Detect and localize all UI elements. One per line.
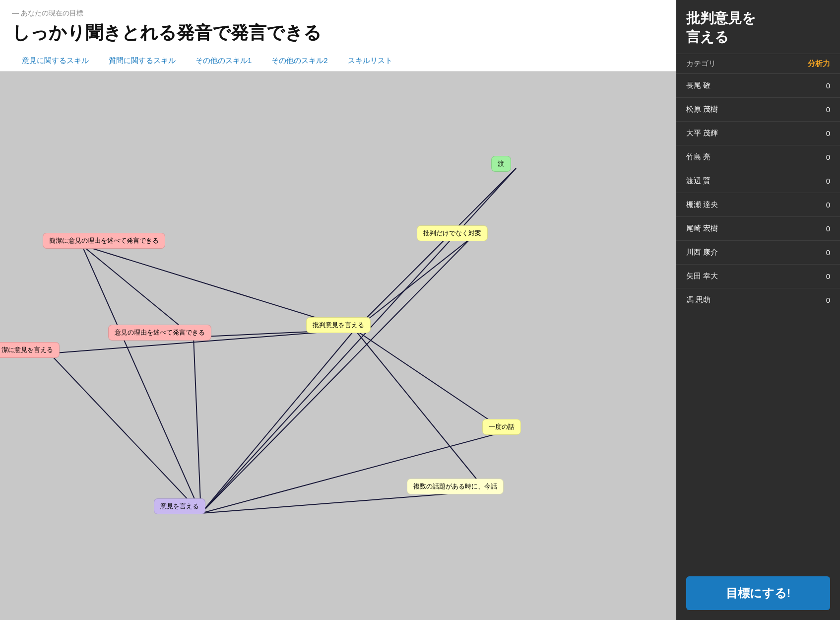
student-name-0: 長尾 確 bbox=[686, 81, 815, 90]
student-score-7: 0 bbox=[815, 248, 830, 257]
tab-question[interactable]: 質問に関するスキル bbox=[99, 52, 186, 71]
svg-line-0 bbox=[82, 245, 201, 513]
student-score-6: 0 bbox=[815, 224, 830, 233]
student-score-3: 0 bbox=[815, 153, 830, 161]
svg-line-15 bbox=[82, 245, 194, 337]
sidebar-row-9[interactable]: 馮 思萌 0 bbox=[676, 288, 840, 312]
graph-lines bbox=[0, 71, 676, 620]
svg-line-1 bbox=[194, 337, 201, 513]
node-iken-text: 意見を言える bbox=[160, 502, 199, 510]
svg-line-13 bbox=[355, 168, 516, 330]
node-iken[interactable]: 意見を言える bbox=[154, 498, 205, 514]
svg-line-7 bbox=[201, 168, 516, 513]
student-name-1: 松原 茂樹 bbox=[686, 105, 815, 114]
node-ichido[interactable]: 一度の話 bbox=[482, 419, 521, 435]
col-score-label: 分析力 bbox=[808, 59, 830, 69]
set-goal-button[interactable]: 目標にする! bbox=[686, 576, 830, 610]
student-name-8: 矢田 幸大 bbox=[686, 272, 815, 281]
node-fukusu[interactable]: 複数の話題がある時に、今話 bbox=[407, 479, 504, 494]
student-name-9: 馮 思萌 bbox=[686, 295, 815, 305]
node-green-top[interactable]: 渡 bbox=[491, 156, 511, 172]
student-name-6: 尾崎 宏樹 bbox=[686, 224, 815, 233]
sidebar-row-8[interactable]: 矢田 幸大 0 bbox=[676, 265, 840, 288]
node-green-top-text: 渡 bbox=[498, 160, 504, 167]
student-score-2: 0 bbox=[815, 129, 830, 138]
node-hihan-iken-text: 批判意見を言える bbox=[313, 321, 364, 329]
sidebar-row-2[interactable]: 大平 茂輝 0 bbox=[676, 122, 840, 145]
node-hihan-taian[interactable]: 批判だけでなく対案 bbox=[417, 225, 488, 241]
student-name-7: 川西 康介 bbox=[686, 248, 815, 257]
node-ichido-text: 一度の話 bbox=[489, 423, 515, 430]
node-kiyoku-text: 潔に意見を言える bbox=[1, 346, 53, 353]
student-name-4: 渡辺 賢 bbox=[686, 176, 815, 186]
student-score-1: 0 bbox=[815, 105, 830, 114]
sidebar: 批判意見を言える カテゴリ 分析力 長尾 確 0 松原 茂樹 0 大平 茂輝 0… bbox=[676, 0, 840, 620]
tab-opinion[interactable]: 意見に関するスキル bbox=[12, 52, 99, 71]
student-score-4: 0 bbox=[815, 177, 830, 185]
svg-line-3 bbox=[201, 330, 355, 513]
main-area: — あなたの現在の目標 しっかり聞きとれる発音で発言できる 意見に関するスキル … bbox=[0, 0, 676, 620]
svg-line-2 bbox=[50, 353, 201, 513]
student-score-9: 0 bbox=[815, 296, 830, 304]
tab-list[interactable]: スキルリスト bbox=[338, 52, 402, 71]
graph-area: 簡潔に意見の理由を述べて発言できる 意見の理由を述べて発言できる 潔に意見を言え… bbox=[0, 71, 676, 620]
node-hihan-iken[interactable]: 批判意見を言える bbox=[306, 317, 371, 333]
student-score-5: 0 bbox=[815, 201, 830, 209]
student-name-5: 棚瀬 達央 bbox=[686, 200, 815, 209]
sidebar-row-0[interactable]: 長尾 確 0 bbox=[676, 74, 840, 98]
page-title: しっかり聞きとれる発音で発言できる bbox=[12, 21, 664, 45]
node-fukusu-text: 複数の話題がある時に、今話 bbox=[413, 482, 497, 490]
sidebar-row-7[interactable]: 川西 康介 0 bbox=[676, 241, 840, 265]
student-score-0: 0 bbox=[815, 81, 830, 90]
node-hihan-taian-text: 批判だけでなく対案 bbox=[423, 229, 481, 237]
header: — あなたの現在の目標 しっかり聞きとれる発音で発言できる 意見に関するスキル … bbox=[0, 0, 676, 71]
svg-line-10 bbox=[355, 238, 471, 330]
sidebar-header: カテゴリ 分析力 bbox=[676, 54, 840, 74]
node-riyu-text: 意見の理由を述べて発言できる bbox=[115, 329, 205, 336]
student-name-3: 竹島 亮 bbox=[686, 152, 815, 162]
student-name-2: 大平 茂輝 bbox=[686, 129, 815, 138]
col-category-label: カテゴリ bbox=[686, 59, 808, 69]
sidebar-title: 批判意見を言える bbox=[676, 0, 840, 54]
goal-label: — あなたの現在の目標 bbox=[12, 9, 664, 18]
svg-line-4 bbox=[201, 238, 471, 513]
tab-bar: 意見に関するスキル 質問に関するスキル その他のスキル1 その他のスキル2 スキ… bbox=[12, 52, 664, 71]
tab-other2[interactable]: その他のスキル2 bbox=[261, 52, 337, 71]
svg-line-11 bbox=[355, 330, 506, 431]
node-kiyoku[interactable]: 潔に意見を言える bbox=[0, 342, 60, 358]
node-kanketsu-text: 簡潔に意見の理由を述べて発言できる bbox=[49, 237, 159, 244]
tab-other1[interactable]: その他のスキル1 bbox=[186, 52, 261, 71]
node-riyu[interactable]: 意見の理由を述べて発言できる bbox=[108, 325, 211, 341]
sidebar-row-1[interactable]: 松原 茂樹 0 bbox=[676, 98, 840, 122]
sidebar-row-4[interactable]: 渡辺 賢 0 bbox=[676, 169, 840, 193]
sidebar-row-6[interactable]: 尾崎 宏樹 0 bbox=[676, 217, 840, 241]
student-score-8: 0 bbox=[815, 272, 830, 280]
sidebar-row-5[interactable]: 棚瀬 達央 0 bbox=[676, 193, 840, 217]
sidebar-row-3[interactable]: 竹島 亮 0 bbox=[676, 145, 840, 169]
node-kanketsu[interactable]: 簡潔に意見の理由を述べて発言できる bbox=[43, 233, 165, 249]
